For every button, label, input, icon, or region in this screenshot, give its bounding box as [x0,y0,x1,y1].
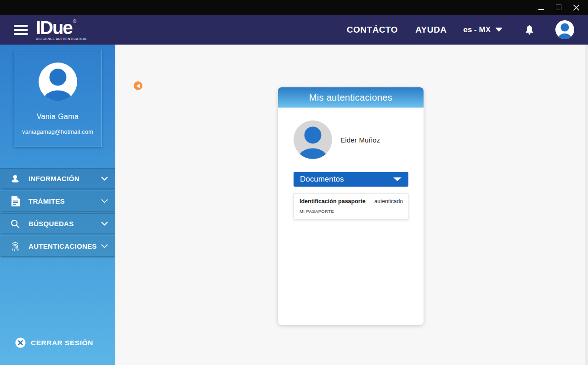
main-content: Mis autenticaciones Eider [115,45,588,365]
person-avatar [294,120,332,159]
card-header: Mis autenticaciones [278,87,424,108]
vertical-scrollbar[interactable] [585,45,588,365]
profile-avatar [39,63,77,101]
app-header: IDue ® DILIGENCE AUTHENTICATION CONTÁCTO… [0,15,588,45]
chevron-down-icon [101,177,108,181]
documents-dropdown-label: Documentos [300,175,344,184]
sidebar-item-busquedas[interactable]: BÚSQUEDAS [0,213,115,234]
hamburger-menu-icon[interactable] [14,25,28,35]
minimize-icon [538,9,544,10]
dropdown-triangle-icon [393,177,401,181]
sidebar-profile-card: Vania Gama vaniagamag@hotmail.com [14,50,102,147]
document-list-item[interactable]: Identificación pasaporte autenticado MI … [294,193,408,219]
sidebar-item-label: INFORMACIÓN [28,175,79,182]
fingerprint-icon [10,241,21,251]
sidebar-item-label: BÚSQUEDAS [28,220,74,228]
sidebar-item-informacion[interactable]: INFORMACIÓN [0,168,115,188]
document-subtitle: MI PASAPORTE [300,209,403,214]
documents-dropdown-button[interactable]: Documentos [294,172,408,187]
bell-icon [525,24,534,35]
search-icon [10,219,21,229]
document-title: Identificación pasaporte [300,198,366,205]
sidebar-item-tramites[interactable]: TRÁMITES [0,191,115,211]
logout-button[interactable]: CERRAR SESIÓN [0,337,115,348]
document-icon [10,196,21,206]
person-name: Eider Muñoz [340,136,380,144]
profile-name: Vania Gama [37,113,79,121]
sidebar-item-autenticaciones[interactable]: AUTENTICACIONES [0,236,115,256]
profile-email: vaniagamag@hotmail.com [22,129,93,135]
chevron-down-icon [101,244,108,248]
sidebar-menu: INFORMACIÓN TRÁMITES BÚSQUEDAS [0,168,115,258]
maximize-icon [556,5,561,10]
user-avatar[interactable] [555,20,574,39]
sidebar-item-label: AUTENTICACIONES [28,242,97,250]
user-icon [10,174,21,184]
logout-label: CERRAR SESIÓN [31,339,93,347]
window-titlebar [0,0,588,15]
registered-mark: ® [73,19,76,24]
maximize-button[interactable] [555,4,562,11]
close-icon [573,5,579,11]
document-status: autenticado [374,198,403,205]
avatar-icon [555,20,574,39]
chevron-down-icon [101,199,108,203]
language-selector[interactable]: es - MX [463,25,503,34]
arrow-left-icon [136,84,140,88]
chevron-down-icon [495,28,503,32]
chevron-down-icon [101,222,108,226]
close-circle-icon [15,337,26,348]
card-title: Mis autenticaciones [309,92,392,103]
brand-tagline: DILIGENCE AUTHENTICATION [36,38,87,41]
sidebar-item-label: TRÁMITES [28,197,65,205]
minimize-button[interactable] [537,4,545,11]
person-row: Eider Muñoz [294,120,408,159]
authentications-card: Mis autenticaciones Eider [278,87,424,325]
brand-name: IDue [36,18,72,37]
sidebar: Vania Gama vaniagamag@hotmail.com INFORM… [0,45,115,365]
close-button[interactable] [572,4,580,11]
notifications-bell-button[interactable] [525,24,534,35]
brand-logo: IDue ® DILIGENCE AUTHENTICATION [36,18,87,41]
nav-ayuda-link[interactable]: AYUDA [415,25,447,35]
collapse-sidebar-button[interactable] [134,81,142,90]
nav-contacto-link[interactable]: CONTÁCTO [347,25,398,35]
language-value: es - MX [463,25,491,34]
